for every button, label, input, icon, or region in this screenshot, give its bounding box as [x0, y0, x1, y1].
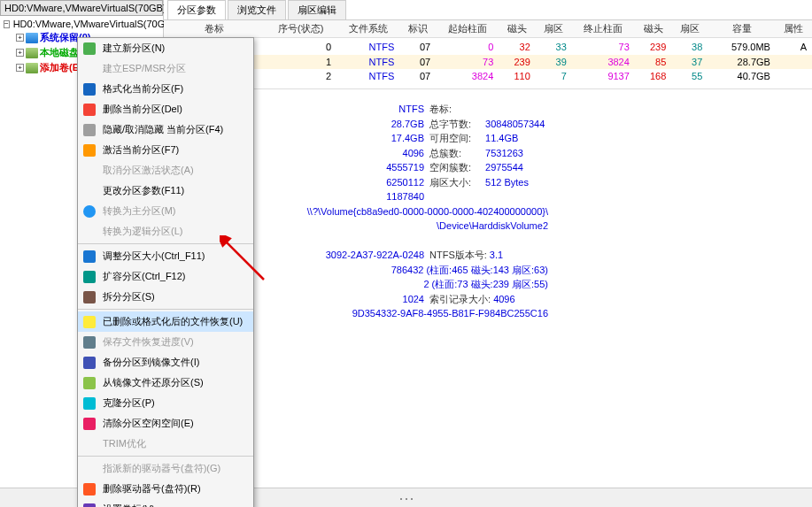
mi-split-icon: [83, 291, 96, 303]
mi-letter-icon: [83, 483, 96, 495]
menu-item: TRIM优化: [78, 434, 253, 454]
partition-info: NTFS卷标: 28.7GB总字节数: 30848057344 17.4GB可用…: [164, 95, 812, 357]
collapse-icon[interactable]: −: [4, 20, 10, 28]
menu-item[interactable]: 设置卷标(V): [78, 499, 253, 507]
menu-item: 取消分区激活状态(A): [78, 160, 253, 181]
context-menu: 建立新分区(N)建立ESP/MSR分区格式化当前分区(F)删除当前分区(Del)…: [77, 37, 254, 507]
tab-browse[interactable]: 浏览文件: [228, 0, 286, 19]
mi-ext-icon: [83, 271, 96, 283]
menu-item[interactable]: 删除驱动器号(盘符)(R): [78, 479, 253, 499]
expand-icon[interactable]: +: [16, 64, 24, 72]
menu-item[interactable]: 删除当前分区(Del): [78, 99, 253, 119]
right-panel: 分区参数 浏览文件 扇区编辑 卷标序号(状态) 文件系统标识 起始柱面磁头 扇区…: [164, 0, 812, 507]
menu-item: 保存文件恢复进度(V): [78, 332, 253, 352]
expand-icon[interactable]: +: [16, 34, 24, 42]
menu-item[interactable]: 更改分区参数(F11): [78, 181, 253, 201]
tree-root[interactable]: − HD0:VMware,VMwareVirtualS(70GB): [2, 18, 161, 30]
expand-icon[interactable]: +: [16, 49, 24, 57]
mi-fmt-icon: [83, 83, 96, 96]
table-row[interactable]: 1NTFS0773239393824853728.7GB: [164, 55, 812, 69]
mi-del-icon: [83, 104, 96, 116]
tree-title: HD0:VMware,VMwareVirtualS(70GB): [4, 3, 166, 13]
mi-recover-icon: [83, 316, 96, 328]
menu-item[interactable]: 激活当前分区(F7): [78, 140, 253, 160]
menu-item: 建立ESP/MSR分区: [78, 58, 253, 79]
menu-item[interactable]: 格式化当前分区(F): [78, 79, 253, 99]
partition-icon: [26, 33, 38, 43]
menu-item[interactable]: 扩容分区(Ctrl_F12): [78, 266, 253, 287]
mi-wipe-icon: [83, 418, 96, 430]
tree-label: 添加卷(E:: [40, 61, 82, 74]
tabs: 分区参数 浏览文件 扇区编辑: [164, 0, 812, 20]
tree-label: 本地磁盘(: [40, 46, 82, 59]
status-desc: 情况图:: [182, 335, 794, 350]
tree-root-label: HD0:VMware,VMwareVirtualS(70GB): [13, 19, 175, 29]
mi-rest-icon: [83, 377, 96, 389]
menu-item: 指派新的驱动器号(盘符)(G): [78, 458, 253, 479]
tree-header: HD0:VMware,VMwareVirtualS(70GB) ×: [0, 0, 163, 16]
mi-label-icon: [83, 503, 96, 508]
menu-item[interactable]: 克隆分区(P): [78, 393, 253, 413]
mi-clone-icon: [83, 397, 96, 410]
mi-new-icon: [83, 42, 96, 55]
menu-item[interactable]: 已删除或格式化后的文件恢复(U): [78, 311, 253, 332]
menu-item[interactable]: 备份分区到镜像文件(I): [78, 352, 253, 373]
mi-resize-icon: [83, 250, 96, 263]
menu-item[interactable]: 拆分分区(S): [78, 287, 253, 307]
menu-item[interactable]: 建立新分区(N): [78, 38, 253, 58]
tab-params[interactable]: 分区参数: [167, 0, 226, 19]
mi-conv-icon: [83, 205, 96, 218]
table-row[interactable]: 2NTFS073824110791371685540.7GB: [164, 69, 812, 83]
menu-item[interactable]: 从镜像文件还原分区(S): [78, 373, 253, 393]
partition-icon: [26, 48, 38, 58]
mi-back-icon: [83, 357, 96, 369]
menu-item[interactable]: 调整分区大小(Ctrl_F11): [78, 246, 253, 266]
tab-sector[interactable]: 扇区编辑: [288, 0, 346, 19]
mi-hide-icon: [83, 124, 96, 136]
menu-item: 转换为主分区(M): [78, 201, 253, 221]
menu-item[interactable]: 隐藏/取消隐藏 当前分区(F4): [78, 119, 253, 140]
mi-act-icon: [83, 144, 96, 157]
partition-icon: [26, 63, 38, 73]
menu-item[interactable]: 清除分区空闲空间(E): [78, 413, 253, 434]
partition-table: 卷标序号(状态) 文件系统标识 起始柱面磁头 扇区终止柱面 磁头扇区 容量属性 …: [164, 20, 812, 83]
mi-save-icon: [83, 336, 96, 349]
table-row[interactable]: ← 系统保留(0)0NTFS07032337323938579.0MBA: [164, 38, 812, 56]
menu-item: 转换为逻辑分区(L): [78, 221, 253, 242]
